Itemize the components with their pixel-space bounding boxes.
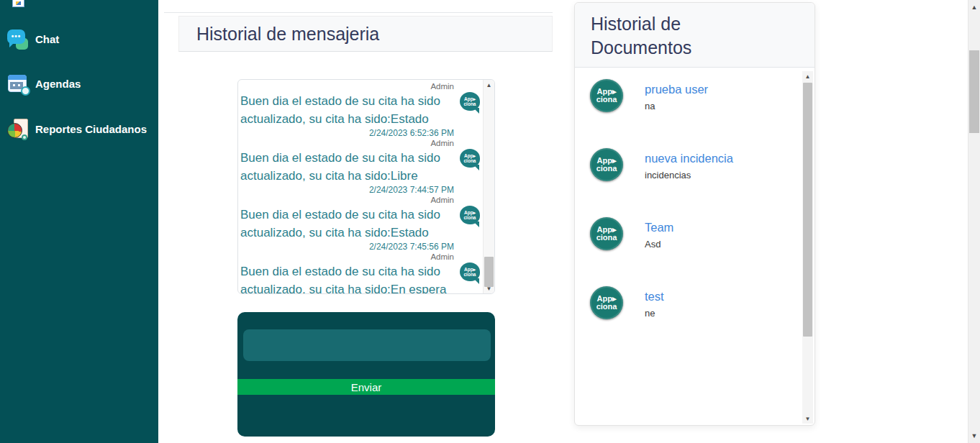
- chat-scrollbar[interactable]: ▲ ▼: [483, 80, 494, 293]
- content-divider: [164, 12, 553, 13]
- compose-card: Enviar: [237, 312, 495, 437]
- avatar-logo-line2: ciona: [596, 96, 617, 104]
- document-link[interactable]: nueva incidencia: [645, 148, 733, 165]
- documents-scrollbar[interactable]: ▲ ▼: [802, 71, 813, 424]
- document-link[interactable]: prueba user: [645, 79, 708, 96]
- documents-list: App▸ ciona prueba user na App▸ ciona nue…: [575, 69, 802, 424]
- appciona-avatar-icon: App▸ ciona: [460, 92, 481, 114]
- scroll-up-icon[interactable]: ▲: [968, 1, 980, 13]
- avatar-logo-line2: ciona: [596, 303, 617, 311]
- message-sender: Admin: [240, 138, 456, 149]
- avatar-logo-line2: ciona: [596, 234, 617, 242]
- sidebar-item-label: Chat: [35, 33, 59, 45]
- avatar-logo-line2: ciona: [464, 101, 476, 106]
- appciona-logo-icon: App▸ ciona: [590, 217, 623, 250]
- document-item[interactable]: App▸ ciona test ne: [575, 286, 802, 355]
- scroll-down-icon[interactable]: ▼: [484, 283, 494, 293]
- message-input[interactable]: [243, 329, 491, 361]
- message-text: Buen dia el estado de su cita ha sido ac…: [240, 262, 456, 293]
- scroll-up-icon[interactable]: ▲: [802, 71, 813, 81]
- sidebar: ••• Chat Agendas Reportes Ciudadanos: [0, 0, 158, 443]
- document-link[interactable]: Team: [645, 217, 673, 234]
- document-item[interactable]: App▸ ciona prueba user na: [575, 79, 802, 148]
- messages-panel-header: Historial de mensajeria: [178, 16, 553, 52]
- appciona-avatar-icon: App▸ ciona: [460, 149, 481, 170]
- chat-icon: •••: [7, 28, 29, 50]
- message-text: Buen dia el estado de su cita ha sido ac…: [240, 149, 456, 185]
- message-item: Admin App▸ ciona Buen dia el estado de s…: [240, 252, 482, 293]
- message-text: Buen dia el estado de su cita ha sido ac…: [240, 206, 456, 242]
- documents-panel: Historial de Documentos App▸ ciona prueb…: [574, 2, 815, 426]
- avatar-logo-line1: App▸: [464, 210, 476, 215]
- sidebar-item-reportes-ciudadanos[interactable]: Reportes Ciudadanos: [7, 117, 147, 140]
- message-sender: Admin: [240, 81, 456, 92]
- calendar-icon: [7, 73, 29, 95]
- scroll-down-icon[interactable]: ▼: [968, 430, 980, 442]
- document-subtitle: na: [645, 96, 802, 111]
- appciona-logo-icon: App▸ ciona: [590, 79, 623, 112]
- appciona-avatar-icon: App▸ ciona: [460, 206, 481, 227]
- document-item[interactable]: App▸ ciona nueva incidencia incidencias: [575, 148, 802, 217]
- message-item: Admin App▸ ciona Buen dia el estado de s…: [240, 195, 482, 252]
- sidebar-item-label: Agendas: [35, 78, 81, 90]
- page-scrollbar-thumb[interactable]: [969, 50, 979, 133]
- message-timestamp: 2/24/2023 7:44:57 PM: [240, 185, 456, 195]
- message-text: Buen dia el estado de su cita ha sido ac…: [240, 92, 456, 128]
- document-subtitle: ne: [645, 303, 802, 319]
- messages-panel-title: Historial de mensajeria: [179, 17, 552, 51]
- document-item[interactable]: App▸ ciona Team Asd: [575, 217, 802, 286]
- message-list: Admin App▸ ciona Buen dia el estado de s…: [240, 81, 482, 293]
- message-item: Admin App▸ ciona Buen dia el estado de s…: [240, 138, 482, 195]
- scroll-up-icon[interactable]: ▲: [484, 80, 494, 90]
- avatar-logo-line2: ciona: [596, 165, 617, 173]
- message-timestamp: 2/24/2023 6:52:36 PM: [240, 128, 456, 138]
- broken-image-icon: [12, 0, 24, 7]
- page-scrollbar[interactable]: ▲ ▼: [968, 0, 980, 443]
- message-history-box[interactable]: Admin App▸ ciona Buen dia el estado de s…: [237, 79, 495, 294]
- sidebar-item-label: Reportes Ciudadanos: [35, 123, 147, 135]
- appciona-logo-icon: App▸ ciona: [590, 148, 623, 181]
- documents-scrollbar-thumb[interactable]: [803, 83, 812, 337]
- document-subtitle: incidencias: [645, 165, 802, 181]
- chat-scrollbar-thumb[interactable]: [484, 257, 494, 287]
- avatar-logo-line2: ciona: [464, 158, 476, 163]
- app-window: ••• Chat Agendas Reportes Ciudadanos His…: [0, 0, 980, 443]
- appciona-logo-icon: App▸ ciona: [590, 286, 623, 319]
- documents-panel-header: Historial de Documentos: [575, 3, 815, 68]
- document-link[interactable]: test: [645, 286, 664, 303]
- avatar-logo-line1: App▸: [464, 267, 476, 272]
- message-sender: Admin: [240, 252, 456, 262]
- sidebar-item-chat[interactable]: ••• Chat: [7, 27, 59, 50]
- message-sender: Admin: [240, 195, 456, 206]
- appciona-avatar-icon: App▸ ciona: [460, 262, 481, 284]
- send-button[interactable]: Enviar: [237, 379, 495, 395]
- message-timestamp: 2/24/2023 7:45:56 PM: [240, 242, 456, 252]
- document-subtitle: Asd: [645, 234, 802, 250]
- scroll-down-icon[interactable]: ▼: [802, 414, 813, 424]
- avatar-logo-line1: App▸: [464, 96, 476, 101]
- documents-panel-title: Historial de Documentos: [575, 3, 748, 60]
- sidebar-item-agendas[interactable]: Agendas: [7, 72, 81, 95]
- avatar-logo-line2: ciona: [464, 272, 476, 277]
- avatar-logo-line1: App▸: [464, 153, 476, 158]
- avatar-logo-line2: ciona: [464, 215, 476, 220]
- message-item: Admin App▸ ciona Buen dia el estado de s…: [240, 81, 482, 138]
- citizen-reports-icon: [7, 118, 29, 140]
